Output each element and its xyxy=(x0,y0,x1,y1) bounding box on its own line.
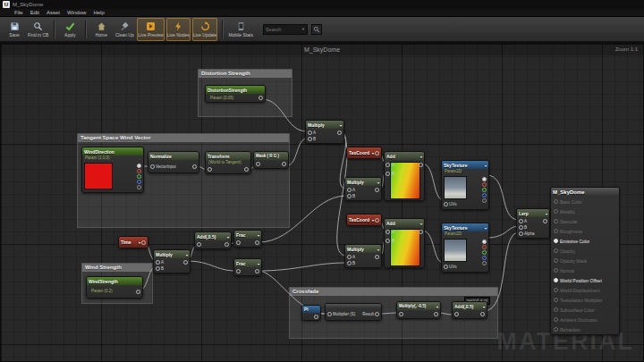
input-pin-multiplier[interactable] xyxy=(327,312,332,316)
output-pin[interactable] xyxy=(244,167,249,172)
node-sky-texture-2[interactable]: SkyTexture Param2D UVs xyxy=(441,223,489,273)
node-sine-function[interactable]: Multiplier (S) Result xyxy=(325,303,382,321)
node-multiply-4[interactable]: Multiply A B xyxy=(153,249,191,274)
input-pin-b[interactable] xyxy=(386,239,390,243)
output-pin-g[interactable] xyxy=(137,174,141,179)
input-pin-b[interactable] xyxy=(386,172,390,176)
node-add-half-1[interactable]: Add(,0.5) xyxy=(194,232,232,249)
input-pin-a[interactable] xyxy=(347,188,352,192)
live-preview-toggle[interactable]: Live Preview xyxy=(137,18,164,41)
output-pin-rgb[interactable] xyxy=(482,240,487,244)
material-pin[interactable] xyxy=(554,219,558,223)
node-normalize[interactable]: Normalize VectorInput xyxy=(148,151,199,173)
live-update-toggle[interactable]: Live Update xyxy=(192,18,218,41)
input-pin[interactable] xyxy=(150,164,155,169)
node-material-output[interactable]: M_SkyDome Base Color Metallic Specular R… xyxy=(550,187,620,335)
output-pin[interactable] xyxy=(141,240,146,245)
menu-window[interactable]: Window xyxy=(67,10,86,15)
output-pin[interactable] xyxy=(282,162,286,166)
comment-title[interactable]: Crossfade xyxy=(290,288,497,296)
find-in-cb-button[interactable]: Find in CB xyxy=(27,18,49,41)
output-pin[interactable] xyxy=(225,242,229,247)
output-pin[interactable] xyxy=(480,312,485,316)
search-go-button[interactable] xyxy=(311,24,322,35)
comment-title[interactable]: Wind Strength xyxy=(82,264,152,272)
input-pin-a[interactable] xyxy=(347,255,352,259)
output-pin-a[interactable] xyxy=(482,261,487,265)
node-texcoord-1[interactable]: TexCoord xyxy=(346,147,382,159)
node-multiply-3[interactable]: Multiply A B xyxy=(344,244,382,268)
material-pin[interactable] xyxy=(554,239,558,243)
output-pin[interactable] xyxy=(258,96,263,100)
output-pin[interactable] xyxy=(375,151,379,156)
comment-title[interactable]: Tangent Space Wind Vector xyxy=(78,134,289,142)
node-multiply-neg-half[interactable]: Multiply(, -0.5) xyxy=(396,301,441,319)
node-distortion-strength[interactable]: DistortionStrength Param (0.05) xyxy=(205,85,266,103)
input-pin-uvs[interactable] xyxy=(444,265,448,269)
node-time[interactable]: Time xyxy=(118,236,148,248)
output-pin[interactable] xyxy=(255,240,259,245)
output-pin-b[interactable] xyxy=(137,180,141,184)
input-pin[interactable] xyxy=(208,167,212,172)
output-pin-g[interactable] xyxy=(482,188,487,192)
node-multiply-1[interactable]: Multiply A B xyxy=(305,120,344,144)
output-pin[interactable] xyxy=(314,315,318,319)
node-pi[interactable]: Pi xyxy=(301,305,321,321)
input-pin[interactable] xyxy=(236,269,241,274)
output-pin[interactable] xyxy=(375,255,379,259)
comment-title[interactable]: Distortion Strength xyxy=(199,70,292,78)
node-add-2[interactable]: Add A B xyxy=(384,218,425,268)
node-wind-direction[interactable]: WindDirection Param (1,0,0) xyxy=(81,147,144,193)
material-pin[interactable] xyxy=(554,248,558,253)
input-pin[interactable] xyxy=(399,312,403,316)
input-pin-a[interactable] xyxy=(308,130,312,135)
mobile-stats-button[interactable]: Mobile Stats xyxy=(227,18,254,41)
input-pin-b[interactable] xyxy=(519,225,523,230)
node-multiply-2[interactable]: Multiply A B xyxy=(344,177,382,201)
search-input[interactable] xyxy=(266,27,301,32)
menu-edit[interactable]: Edit xyxy=(30,10,39,15)
input-pin[interactable] xyxy=(236,240,241,245)
material-pin[interactable] xyxy=(554,327,558,332)
save-button[interactable]: Save xyxy=(4,18,25,41)
menu-asset[interactable]: Asset xyxy=(47,10,60,15)
output-pin-r[interactable] xyxy=(482,245,487,249)
input-pin[interactable] xyxy=(256,162,260,166)
clean-up-button[interactable]: Clean Up xyxy=(114,18,135,41)
node-texcoord-2[interactable]: TexCoord xyxy=(346,214,382,226)
output-pin-a[interactable] xyxy=(482,198,487,203)
output-pin[interactable] xyxy=(419,163,423,167)
output-pin-b[interactable] xyxy=(482,256,487,260)
input-pin-uvs[interactable] xyxy=(444,202,448,206)
menu-help[interactable]: Help xyxy=(93,10,104,15)
output-pin-a[interactable] xyxy=(137,185,141,189)
material-pin[interactable] xyxy=(554,298,558,302)
chevron-down-icon[interactable]: ▼ xyxy=(301,27,305,31)
input-pin[interactable] xyxy=(454,312,459,316)
output-pin[interactable] xyxy=(419,230,423,234)
material-pin[interactable] xyxy=(554,199,558,204)
node-frac-2[interactable]: Frac xyxy=(233,258,262,276)
material-pin[interactable] xyxy=(554,288,558,292)
material-pin[interactable] xyxy=(554,268,558,273)
output-pin[interactable] xyxy=(375,188,379,192)
input-pin-alpha[interactable] xyxy=(519,232,523,236)
output-pin-r[interactable] xyxy=(482,182,487,187)
node-mask-rg[interactable]: Mask ( R G ) xyxy=(253,151,289,169)
menu-file[interactable]: File xyxy=(14,10,23,15)
input-pin-b[interactable] xyxy=(308,137,312,141)
output-pin[interactable] xyxy=(375,312,379,316)
input-pin-b[interactable] xyxy=(347,261,352,265)
material-pin[interactable] xyxy=(554,258,558,263)
input-pin-b[interactable] xyxy=(347,194,352,198)
output-pin-g[interactable] xyxy=(482,250,487,255)
output-pin[interactable] xyxy=(337,130,342,135)
live-nodes-toggle[interactable]: Live Nodes xyxy=(166,18,191,41)
output-pin[interactable] xyxy=(434,312,438,316)
graph-canvas[interactable]: M_SkyDome Zoom 1:1 MATERIAL Distortion S… xyxy=(0,43,644,362)
material-pin[interactable] xyxy=(554,307,558,312)
title-bar[interactable]: U M_SkyDome xyxy=(0,0,644,9)
material-pin[interactable] xyxy=(554,278,558,282)
output-pin-r[interactable] xyxy=(137,169,141,173)
apply-button[interactable]: Apply xyxy=(59,18,80,41)
